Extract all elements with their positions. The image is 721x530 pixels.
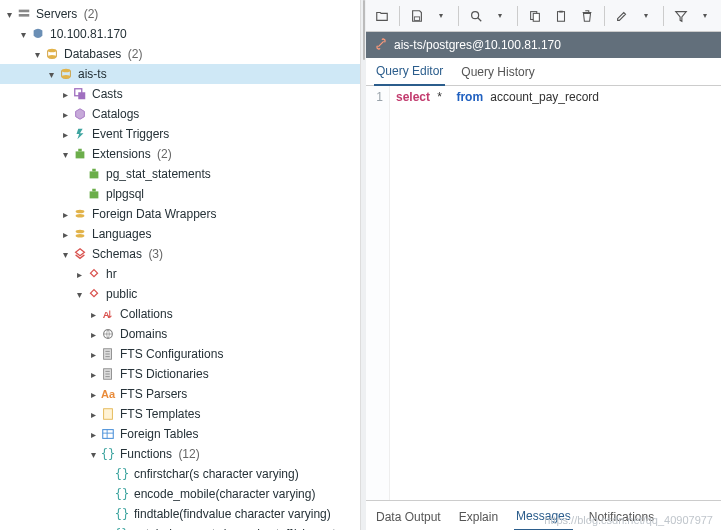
tree-node-databases[interactable]: ▾ Databases (2) xyxy=(0,44,360,64)
domain-icon xyxy=(100,326,116,342)
separator xyxy=(399,6,400,26)
expander-icon[interactable]: ▾ xyxy=(30,49,44,60)
tree-node-fts-dict[interactable]: ▸ FTS Dictionaries xyxy=(0,364,360,384)
tree-node-fts-parsers[interactable]: ▸ Aa FTS Parsers xyxy=(0,384,360,404)
tab-explain[interactable]: Explain xyxy=(457,504,500,530)
save-dropdown[interactable]: ▾ xyxy=(429,4,453,28)
tree-node-foreign-tables[interactable]: ▸ Foreign Tables xyxy=(0,424,360,444)
tree-node-extension-item[interactable]: pg_stat_statements xyxy=(0,164,360,184)
expander-icon[interactable]: ▸ xyxy=(86,349,100,360)
tree-node-database-aists[interactable]: ▾ ais-ts xyxy=(0,64,360,84)
label: FTS Templates xyxy=(120,407,354,421)
expander-icon[interactable]: ▸ xyxy=(86,429,100,440)
expander-icon[interactable]: ▸ xyxy=(86,389,100,400)
svg-rect-24 xyxy=(414,16,419,20)
expander-icon[interactable]: ▾ xyxy=(2,9,16,20)
collation-icon: A xyxy=(100,306,116,322)
expander-icon[interactable]: ▾ xyxy=(86,449,100,460)
delete-button[interactable] xyxy=(575,4,599,28)
tree-node-servers[interactable]: ▾ Servers (2) xyxy=(0,4,360,24)
function-icon: {} xyxy=(114,526,128,530)
tree-node-collations[interactable]: ▸ A Collations xyxy=(0,304,360,324)
find-button[interactable] xyxy=(464,4,488,28)
schema-icon xyxy=(86,266,102,282)
svg-point-3 xyxy=(48,55,57,59)
expander-icon[interactable]: ▸ xyxy=(86,369,100,380)
label: FTS Parsers xyxy=(120,387,354,401)
svg-text:A: A xyxy=(103,309,110,320)
schema-icon xyxy=(86,286,102,302)
tree-node-schema-public[interactable]: ▾ public xyxy=(0,284,360,304)
label: Casts xyxy=(92,87,354,101)
tree-node-fts-templates[interactable]: ▸ FTS Templates xyxy=(0,404,360,424)
tab-data-output[interactable]: Data Output xyxy=(374,504,443,530)
object-browser-tree[interactable]: ▾ Servers (2) ▾ 10.100.81.170 ▾ Database… xyxy=(0,0,361,530)
tree-node-functions[interactable]: ▾ {} Functions (12) xyxy=(0,444,360,464)
splitter-handle[interactable] xyxy=(361,0,366,530)
svg-rect-27 xyxy=(533,13,539,21)
edit-button[interactable] xyxy=(610,4,634,28)
tab-query-editor[interactable]: Query Editor xyxy=(374,58,445,86)
tree-node-function-item[interactable]: {} cnfirstchar(s character varying) xyxy=(0,464,360,484)
expander-icon[interactable]: ▾ xyxy=(72,289,86,300)
fts-template-icon xyxy=(100,406,116,422)
save-button[interactable] xyxy=(405,4,429,28)
expander-icon[interactable]: ▾ xyxy=(16,29,30,40)
paste-button[interactable] xyxy=(549,4,573,28)
expander-icon[interactable]: ▸ xyxy=(58,229,72,240)
tree-node-function-item[interactable]: {} encode_mobile(character varying) xyxy=(0,484,360,504)
tree-node-catalogs[interactable]: ▸ Catalogs xyxy=(0,104,360,124)
tree-node-extensions[interactable]: ▾ Extensions (2) xyxy=(0,144,360,164)
expander-icon[interactable]: ▸ xyxy=(58,89,72,100)
filter-dropdown[interactable]: ▾ xyxy=(693,4,717,28)
query-toolbar: ▾ ▾ ▾ ▾ xyxy=(366,0,721,32)
open-file-button[interactable] xyxy=(370,4,394,28)
tree-node-languages[interactable]: ▸ Languages xyxy=(0,224,360,244)
expander-icon[interactable]: ▸ xyxy=(58,209,72,220)
expander-icon[interactable]: ▸ xyxy=(72,269,86,280)
tree-node-fdw[interactable]: ▸ Foreign Data Wrappers xyxy=(0,204,360,224)
tree-node-casts[interactable]: ▸ Casts xyxy=(0,84,360,104)
expander-icon[interactable]: ▸ xyxy=(86,409,100,420)
expander-icon[interactable]: ▸ xyxy=(86,329,100,340)
separator xyxy=(604,6,605,26)
svg-rect-29 xyxy=(559,10,563,12)
expander-icon[interactable]: ▸ xyxy=(58,109,72,120)
label: FTS Dictionaries xyxy=(120,367,354,381)
svg-rect-28 xyxy=(558,11,565,21)
label: ais-ts xyxy=(78,67,354,81)
tree-node-function-item[interactable]: {} findtable(findvalue character varying… xyxy=(0,504,360,524)
label: pg_stat_statements xyxy=(106,167,354,181)
filter-button[interactable] xyxy=(669,4,693,28)
expander-icon[interactable]: ▾ xyxy=(44,69,58,80)
extension-icon xyxy=(72,146,88,162)
tree-node-event-triggers[interactable]: ▸ Event Triggers xyxy=(0,124,360,144)
line-gutter: 1 xyxy=(366,86,390,500)
svg-rect-8 xyxy=(76,151,85,158)
tab-query-history[interactable]: Query History xyxy=(459,59,536,85)
function-icon: {} xyxy=(114,486,130,502)
tree-node-schemas[interactable]: ▾ Schemas (3) xyxy=(0,244,360,264)
sql-code[interactable]: select * from account_pay_record xyxy=(390,86,721,500)
expander-icon[interactable]: ▸ xyxy=(86,309,100,320)
expander-icon[interactable]: ▾ xyxy=(58,149,72,160)
label: FTS Configurations xyxy=(120,347,354,361)
copy-button[interactable] xyxy=(523,4,547,28)
tree-node-fts-config[interactable]: ▸ FTS Configurations xyxy=(0,344,360,364)
languages-icon xyxy=(72,226,88,242)
tree-node-server[interactable]: ▾ 10.100.81.170 xyxy=(0,24,360,44)
expander-icon[interactable]: ▸ xyxy=(58,129,72,140)
tree-node-schema-hr[interactable]: ▸ hr xyxy=(0,264,360,284)
svg-point-16 xyxy=(76,230,85,234)
extension-icon xyxy=(86,186,102,202)
svg-rect-11 xyxy=(92,169,96,172)
expander-icon[interactable]: ▾ xyxy=(58,249,72,260)
edit-dropdown[interactable]: ▾ xyxy=(634,4,658,28)
casts-icon xyxy=(72,86,88,102)
sql-editor[interactable]: 1 select * from account_pay_record xyxy=(366,86,721,500)
find-dropdown[interactable]: ▾ xyxy=(488,4,512,28)
tree-node-extension-item[interactable]: plpgsql xyxy=(0,184,360,204)
svg-point-4 xyxy=(62,69,71,73)
tree-node-domains[interactable]: ▸ Domains xyxy=(0,324,360,344)
tree-node-function-item[interactable]: {} get_belong_netwk_mark_staff(character… xyxy=(0,524,360,530)
